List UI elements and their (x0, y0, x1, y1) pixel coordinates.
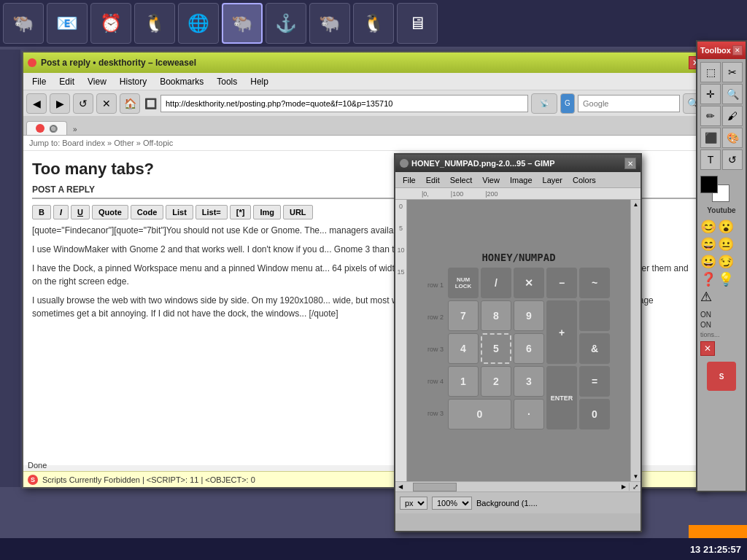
taskbar-icon-display[interactable]: 🖥 (397, 3, 438, 44)
taskbar-icon-globe[interactable]: 🌐 (178, 3, 219, 44)
tool-eraser[interactable]: ⬛ (700, 128, 721, 148)
numpad-plus[interactable]: + (546, 300, 577, 364)
gimp-scrollbar-horizontal[interactable]: ◀ ▶ ⤢ (395, 481, 640, 491)
gimp-unit-select[interactable]: px (400, 497, 427, 510)
menu-file[interactable]: File (26, 75, 52, 88)
tool-zoom[interactable]: 🔍 (722, 84, 743, 104)
numpad-0-dark[interactable]: 0 (579, 399, 610, 429)
home-button[interactable]: 🏠 (120, 93, 140, 114)
numpad-ampersand[interactable]: & (579, 333, 610, 364)
numpad-multiply[interactable]: ✕ (514, 268, 544, 298)
taskbar-icon-gnu[interactable]: 🐃 (3, 3, 44, 44)
back-button[interactable]: ◀ (26, 93, 47, 114)
taskbar-icon-gnu2[interactable]: 🐃 (222, 3, 263, 44)
forward-button[interactable]: ▶ (50, 93, 70, 114)
gimp-scrollbar-vertical[interactable]: ▲ ▼ (630, 200, 640, 481)
tool-brush[interactable]: 🖌 (722, 106, 743, 126)
numpad-row2-extra[interactable] (579, 300, 610, 331)
toolbox-x-button[interactable]: ✕ (700, 341, 715, 356)
menu-edit[interactable]: Edit (53, 75, 80, 88)
gimp-resize-corner[interactable]: ⤢ (629, 483, 640, 491)
gimp-zoom-select[interactable]: 100% (432, 497, 472, 510)
numpad-numlock[interactable]: NUMLOCK (448, 268, 479, 298)
numpad-1[interactable]: 1 (448, 366, 479, 397)
gimp-menu-select[interactable]: Select (446, 174, 477, 186)
smiley-8[interactable]: 💡 (718, 271, 734, 287)
gimp-menu-edit[interactable]: Edit (422, 174, 444, 186)
gimp-close-button[interactable]: ✕ (624, 158, 636, 169)
numpad-8[interactable]: 8 (481, 300, 511, 331)
numpad-equals[interactable]: = (579, 366, 610, 397)
toolbox-close-btn-bottom[interactable]: ✕ (700, 341, 743, 356)
editor-list[interactable]: List (166, 205, 193, 219)
smiley-4[interactable]: 😐 (718, 236, 734, 252)
numpad-enter[interactable]: ENTER (546, 366, 577, 429)
menu-view[interactable]: View (82, 75, 112, 88)
smiley-1[interactable]: 😊 (700, 219, 716, 235)
numpad-4[interactable]: 4 (448, 333, 479, 364)
menu-help[interactable]: Help (244, 75, 274, 88)
tab-scroll-right[interactable]: » (70, 124, 80, 135)
numpad-7[interactable]: 7 (448, 300, 479, 331)
numpad-5[interactable]: 5 (481, 333, 511, 364)
numpad-divide[interactable]: / (481, 268, 511, 298)
toolbox-close-button[interactable]: ✕ (732, 45, 743, 55)
editor-bold[interactable]: B (32, 205, 51, 219)
numpad-tilde[interactable]: ~ (579, 268, 610, 298)
numpad-9[interactable]: 9 (514, 300, 544, 331)
smiley-3[interactable]: 😄 (700, 236, 716, 252)
numpad-minus[interactable]: − (546, 268, 577, 298)
scroll-right-button[interactable]: ▶ (619, 483, 629, 490)
gimp-scroll-thumb-h[interactable] (413, 483, 457, 491)
numpad-6[interactable]: 6 (514, 333, 544, 364)
taskbar-icon-helm[interactable]: ⚓ (266, 3, 306, 44)
tool-text[interactable]: T (700, 149, 721, 170)
smiley-5[interactable]: 😀 (700, 254, 716, 270)
editor-italic[interactable]: I (53, 205, 69, 219)
editor-code[interactable]: Code (131, 205, 164, 219)
tool-crop[interactable]: ✂ (722, 62, 743, 82)
reload-button[interactable]: ↺ (73, 93, 93, 114)
numpad-3[interactable]: 3 (514, 366, 544, 397)
gimp-menu-image[interactable]: Image (506, 174, 537, 186)
numpad-dot[interactable]: · (514, 399, 544, 429)
tool-select[interactable]: ⬚ (700, 62, 721, 82)
tool-move[interactable]: ✛ (700, 84, 721, 104)
editor-url[interactable]: URL (283, 205, 313, 219)
numpad-2[interactable]: 2 (481, 366, 511, 397)
stop-button[interactable]: ✕ (96, 93, 117, 114)
smiley-6[interactable]: 😏 (718, 254, 734, 270)
search-input[interactable] (578, 95, 680, 112)
gimp-menu-view[interactable]: View (478, 174, 504, 186)
menu-bookmarks[interactable]: Bookmarks (154, 75, 209, 88)
smiley-7[interactable]: ❓ (700, 271, 716, 287)
gimp-menu-layer[interactable]: Layer (538, 174, 568, 186)
smiley-2[interactable]: 😮 (718, 219, 734, 235)
taskbar-icon-mail[interactable]: 📧 (47, 3, 88, 44)
editor-list-eq[interactable]: List= (196, 205, 228, 219)
tool-fill[interactable]: 🎨 (722, 128, 743, 148)
menu-tools[interactable]: Tools (211, 75, 243, 88)
tool-pencil[interactable]: ✏ (700, 106, 721, 126)
taskbar-icon-gnu3[interactable]: 🐃 (309, 3, 350, 44)
gimp-canvas[interactable]: HONEY/NUMPAD row 1 row 2 row 3 row 4 row… (407, 200, 630, 481)
smiley-9[interactable]: ⚠ (700, 289, 712, 305)
scroll-left-button[interactable]: ◀ (395, 483, 406, 490)
toolbox-option-on2: ON (700, 321, 743, 329)
foreground-color[interactable] (700, 176, 718, 193)
numpad-0[interactable]: 0 (448, 399, 511, 429)
menu-history[interactable]: History (114, 75, 152, 88)
taskbar-icon-penguin[interactable]: 🐧 (353, 3, 394, 44)
url-bar[interactable] (160, 95, 528, 112)
gimp-menu-file[interactable]: File (398, 174, 420, 186)
editor-list-item[interactable]: [*] (230, 205, 252, 219)
taskbar-icon-tux[interactable]: 🐧 (134, 3, 175, 44)
tool-rotate[interactable]: ↺ (722, 149, 743, 170)
gimp-menu-colors[interactable]: Colors (568, 174, 600, 186)
taskbar-icon-clock[interactable]: ⏰ (90, 3, 131, 44)
editor-quote[interactable]: Quote (92, 205, 128, 219)
editor-img[interactable]: Img (253, 205, 281, 219)
browser-tab-active[interactable]: 🔘 (26, 121, 67, 135)
rss-button[interactable]: 📡 (531, 93, 557, 114)
editor-underline[interactable]: U (71, 205, 90, 219)
